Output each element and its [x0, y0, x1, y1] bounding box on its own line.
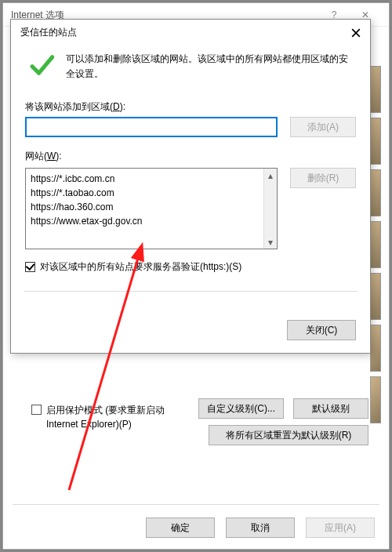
footer-separator — [13, 504, 379, 505]
zone-thumb — [370, 273, 381, 320]
add-site-input[interactable] — [25, 117, 278, 137]
require-https-row: 对该区域中的所有站点要求服务器验证(https:)(S) — [25, 260, 356, 274]
zone-thumb — [370, 169, 381, 216]
list-item[interactable]: https://*.icbc.com.cn — [31, 172, 259, 186]
security-level-section: 启用保护模式 (要求重新启动 Internet Explorer)(P) 自定义… — [31, 403, 368, 431]
add-site-row: 添加(A) — [25, 117, 356, 137]
ok-button[interactable]: 确定 — [146, 518, 215, 538]
scroll-up-icon[interactable]: ▴ — [264, 169, 277, 182]
scroll-track[interactable] — [264, 182, 277, 235]
site-list-label: 网站(W): — [25, 150, 356, 163]
zone-thumb — [370, 325, 381, 372]
dialog-footer: 确定 取消 应用(A) — [146, 518, 375, 538]
zone-thumb — [370, 376, 381, 423]
dialog-body: 可以添加和删除该区域的网站。该区域中的所有网站都使用区域的安全设置。 将该网站添… — [11, 42, 370, 304]
dialog-title: 受信任的站点 — [20, 26, 77, 39]
add-button[interactable]: 添加(A) — [290, 117, 356, 137]
scroll-down-icon[interactable]: ▾ — [264, 235, 277, 249]
remove-button[interactable]: 删除(R) — [290, 168, 356, 188]
site-list-inner: https://*.icbc.com.cn https://*.taobao.c… — [26, 169, 263, 231]
list-item[interactable]: https://hao.360.com — [31, 200, 259, 214]
require-https-label: 对该区域中的所有站点要求服务器验证(https:)(S) — [40, 260, 241, 274]
level-buttons: 自定义级别(C)... 默认级别 将所有区域重置为默认级别(R) — [198, 398, 368, 445]
add-site-label: 将该网站添加到区域(D): — [25, 100, 356, 114]
checkmark-icon — [28, 52, 55, 78]
zone-thumb — [370, 221, 381, 268]
info-text: 可以添加和删除该区域的网站。该区域中的所有网站都使用区域的安全设置。 — [66, 52, 356, 82]
dialog-separator — [24, 291, 358, 292]
protect-mode-label: 启用保护模式 (要求重新启动 Internet Explorer)(P) — [46, 403, 187, 431]
zone-thumbnails — [370, 66, 381, 428]
list-item[interactable]: https://*.taobao.com — [31, 186, 259, 200]
reset-all-button[interactable]: 将所有区域重置为默认级别(R) — [209, 425, 368, 445]
info-row: 可以添加和删除该区域的网站。该区域中的所有网站都使用区域的安全设置。 — [25, 47, 356, 96]
site-listbox[interactable]: https://*.icbc.com.cn https://*.taobao.c… — [25, 168, 278, 249]
close-button[interactable]: 关闭(C) — [287, 320, 356, 340]
default-level-button[interactable]: 默认级别 — [293, 398, 368, 419]
site-list-row: https://*.icbc.com.cn https://*.taobao.c… — [25, 168, 356, 249]
protect-mode-checkbox[interactable] — [31, 405, 42, 415]
dialog-footer: 关闭(C) — [11, 304, 370, 353]
list-item[interactable]: https://www.etax-gd.gov.cn — [31, 214, 259, 228]
scrollbar[interactable]: ▴ ▾ — [263, 169, 277, 249]
custom-level-button[interactable]: 自定义级别(C)... — [198, 398, 284, 419]
zone-thumb — [370, 118, 381, 165]
dialog-titlebar: 受信任的站点 — [11, 20, 370, 42]
require-https-checkbox[interactable] — [25, 262, 35, 272]
cancel-button[interactable]: 取消 — [226, 518, 295, 538]
close-icon[interactable] — [350, 27, 362, 39]
apply-button[interactable]: 应用(A) — [306, 518, 375, 538]
zone-thumb — [370, 66, 381, 113]
trusted-sites-dialog: 受信任的站点 可以添加和删除该区域的网站。该区域中的所有网站都使用区域的安全设置… — [10, 19, 371, 354]
